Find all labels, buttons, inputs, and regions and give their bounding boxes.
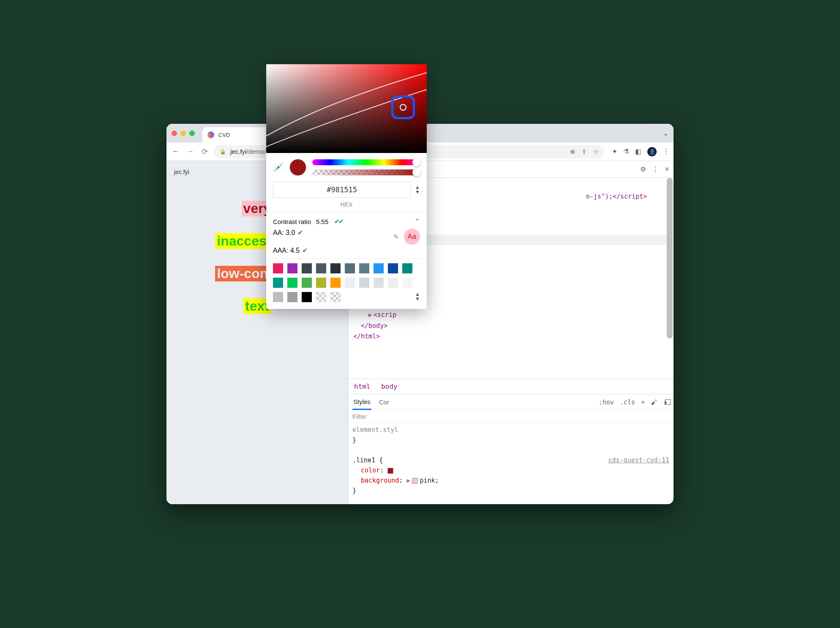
aaa-label: AAA: 4.5 [273, 247, 300, 254]
forward-button[interactable]: → [185, 147, 195, 156]
kebab-menu-icon[interactable]: ⋮ [663, 147, 669, 156]
twisty-icon[interactable]: ▶ [406, 477, 410, 484]
aa-label: AA: 3.0 [273, 229, 295, 236]
palette-swatch[interactable] [302, 278, 312, 288]
cls-button[interactable]: .cls [620, 399, 635, 406]
dom-text: o-js");</scrip [586, 193, 639, 200]
labs-icon[interactable]: ⚗ [623, 147, 629, 156]
palette-swatch[interactable] [302, 263, 312, 273]
dom-node[interactable]: </html> [353, 333, 380, 340]
palette-swatch[interactable] [316, 292, 326, 302]
rule-source-link[interactable]: cds-quest-cvd:11 [608, 455, 670, 465]
back-button[interactable]: ← [171, 147, 181, 156]
css-prop-background[interactable]: background [361, 477, 399, 484]
settings-gear-icon[interactable]: ⚙ [640, 165, 646, 173]
traffic-lights [172, 131, 195, 136]
current-color-swatch [289, 159, 306, 176]
format-stepper[interactable]: ▲▼ [415, 185, 420, 194]
window-zoom-icon[interactable] [189, 131, 195, 136]
palette-swatch[interactable] [388, 263, 398, 273]
palette-swatch[interactable] [374, 263, 384, 273]
pick-bg-eyedropper-icon[interactable]: ✎ [393, 233, 399, 241]
palette-swatch[interactable] [273, 292, 283, 302]
palette-swatch[interactable] [359, 278, 369, 288]
palette-swatch[interactable] [330, 292, 341, 302]
tab-styles[interactable]: Styles [352, 395, 371, 410]
palette-swatch[interactable] [287, 292, 297, 302]
palette-swatch[interactable] [316, 263, 326, 273]
twisty-icon[interactable]: ▶ [368, 310, 374, 321]
color-swatch[interactable] [412, 478, 418, 484]
omnibox-actions: ⊕ ⇪ ☆ [570, 148, 598, 156]
palette-swatch[interactable] [302, 292, 312, 302]
contrast-section: Contrast ratio 5.55 ✔✔ ⌃ ✎ Aa AA: 3.0✔ A… [266, 213, 427, 259]
dom-breadcrumb[interactable]: html body [348, 379, 674, 394]
alpha-slider[interactable] [312, 169, 420, 175]
collapse-icon[interactable]: ⌃ [415, 218, 420, 225]
more-menu-icon[interactable]: ⋮ [652, 165, 659, 173]
palette-swatch[interactable] [345, 278, 355, 288]
profile-avatar[interactable]: 👤 [647, 147, 657, 156]
palette-swatch[interactable] [330, 278, 341, 288]
palette-stepper[interactable]: ▲▼ [415, 292, 420, 301]
palette-swatch[interactable] [273, 263, 283, 273]
hex-label: HEX [266, 201, 427, 212]
contrast-curve-icon [266, 124, 427, 153]
dom-node[interactable]: </body> [361, 322, 387, 330]
breadcrumb-item[interactable]: body [381, 382, 398, 390]
palette: ▲▼ [266, 259, 427, 309]
palette-swatch[interactable] [287, 263, 297, 273]
extensions-icon[interactable]: ✦ [612, 147, 617, 156]
browser-window: CVD × + ⌄ ← → ⟳ 🔒 jec.fyi/demo/cds-quest… [166, 124, 674, 504]
hex-input[interactable] [273, 182, 411, 198]
palette-swatch[interactable] [374, 278, 384, 288]
new-rule-button[interactable]: + [641, 399, 645, 406]
palette-swatch[interactable] [359, 263, 369, 273]
url-host: jec.fyi [230, 148, 246, 155]
rule-close: } [352, 486, 669, 496]
palette-swatch[interactable] [273, 278, 283, 288]
color-swatch[interactable] [387, 468, 393, 474]
styles-filter[interactable]: Filter [348, 410, 674, 423]
palette-swatch[interactable] [345, 263, 355, 273]
palette-swatch[interactable] [287, 278, 297, 288]
reload-button[interactable]: ⟳ [199, 147, 210, 156]
css-value[interactable]: pink [420, 477, 435, 484]
css-prop-color[interactable]: color [361, 467, 380, 474]
hover-states-button[interactable]: :hov [599, 399, 614, 406]
styles-panel-tabs: Styles Cor :hov .cls + 🖌 ⏵⃞ [348, 394, 674, 410]
palette-swatch[interactable] [402, 278, 412, 288]
breadcrumb-item[interactable]: html [354, 382, 371, 390]
palette-swatch[interactable] [330, 263, 341, 273]
tabs-overflow-icon[interactable]: ⌄ [663, 129, 668, 137]
dom-text: t> [639, 193, 647, 200]
lock-icon[interactable]: 🔒 [220, 149, 226, 155]
bookmark-icon[interactable]: ☆ [593, 148, 598, 156]
devtools-close-icon[interactable]: × [665, 165, 669, 174]
slider-thumb[interactable] [412, 158, 421, 167]
window-minimize-icon[interactable] [180, 131, 186, 136]
element-style-label: element.styl [352, 425, 669, 435]
eyedropper-icon[interactable]: 💉 [273, 162, 284, 172]
palette-swatch[interactable] [388, 278, 398, 288]
spectrum-field[interactable] [266, 124, 427, 153]
dom-node[interactable]: <scrip [374, 311, 396, 319]
hue-slider[interactable] [312, 159, 420, 165]
color-picker-popover: 💉 ▲▼ HEX Contrast ratio 5.55 ✔✔ ⌃ [266, 124, 427, 309]
double-check-icon: ✔✔ [334, 218, 343, 225]
scrollbar[interactable] [667, 178, 673, 339]
slider-thumb[interactable] [412, 168, 421, 177]
sidepanel-icon[interactable]: ◧ [635, 147, 641, 156]
palette-swatch[interactable] [402, 263, 412, 273]
tab-computed[interactable]: Cor [379, 399, 389, 406]
zoom-icon[interactable]: ⊕ [570, 148, 575, 156]
styles-pane[interactable]: element.styl } cds-quest-cvd:11 .line1 {… [348, 423, 674, 504]
share-icon[interactable]: ⇪ [581, 148, 587, 156]
filter-placeholder: Filter [352, 413, 366, 420]
window-close-icon[interactable] [172, 131, 177, 136]
contrast-label: Contrast ratio [273, 218, 311, 225]
check-icon: ✔ [302, 247, 308, 254]
palette-swatch[interactable] [316, 278, 326, 288]
toggle-sidebar-icon[interactable]: ⏵⃞ [663, 399, 669, 406]
paint-icon[interactable]: 🖌 [651, 399, 657, 406]
